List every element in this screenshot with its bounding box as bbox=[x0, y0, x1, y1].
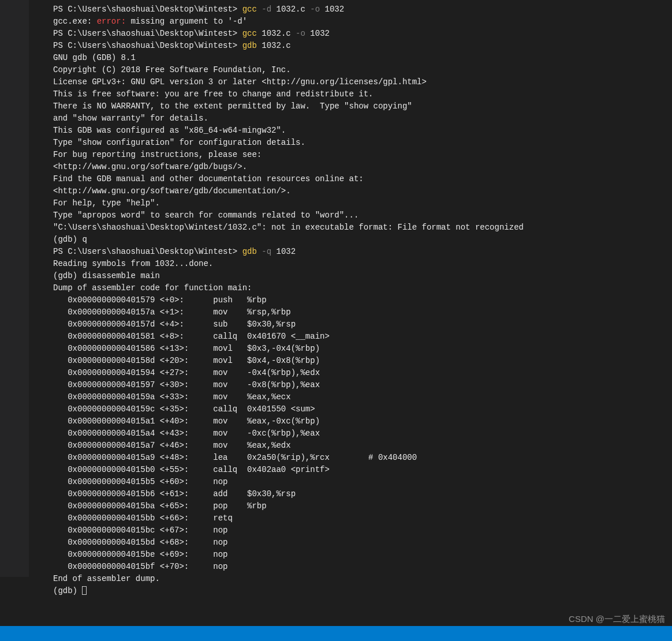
terminal-line: Dump of assembler code for function main… bbox=[53, 282, 672, 294]
asm-line: 0x0000000000401579 <+0>: push %rbp bbox=[53, 294, 672, 306]
asm-line: 0x00000000004015a1 <+40>: mov %eax,-0xc(… bbox=[53, 415, 672, 428]
terminal-line: <http://www.gnu.org/software/gdb/bugs/>. bbox=[53, 161, 672, 173]
asm-line: 0x00000000004015a9 <+48>: lea 0x2a50(%ri… bbox=[53, 452, 672, 464]
asm-line: 0x00000000004015bf <+70>: nop bbox=[53, 561, 672, 573]
status-bar[interactable] bbox=[0, 626, 672, 641]
asm-line: 0x00000000004015be <+69>: nop bbox=[53, 549, 672, 561]
terminal-line: This GDB was configured as "x86_64-w64-m… bbox=[53, 125, 672, 137]
terminal-panel[interactable]: PS C:\Users\shaoshuai\Desktop\Wintest> g… bbox=[29, 0, 672, 626]
terminal-line: and "show warranty" for details. bbox=[53, 113, 672, 125]
terminal-line: Type "apropos word" to search for comman… bbox=[53, 209, 672, 222]
terminal-line: There is NO WARRANTY, to the extent perm… bbox=[53, 100, 672, 113]
terminal-line[interactable]: (gdb) bbox=[53, 585, 672, 597]
activity-bar[interactable] bbox=[0, 0, 29, 577]
terminal-line: PS C:\Users\shaoshuai\Desktop\Wintest> g… bbox=[53, 28, 672, 40]
asm-line: 0x000000000040159c <+35>: callq 0x401550… bbox=[53, 403, 672, 415]
terminal-line: License GPLv3+: GNU GPL version 3 or lat… bbox=[53, 76, 672, 88]
terminal-line: This is free software: you are free to c… bbox=[53, 88, 672, 100]
asm-line: 0x00000000004015b0 <+55>: callq 0x402aa0… bbox=[53, 464, 672, 476]
terminal-line: Find the GDB manual and other documentat… bbox=[53, 173, 672, 185]
terminal-line: End of assembler dump. bbox=[53, 573, 672, 585]
watermark-text: CSDN @一二爱上蜜桃猫 bbox=[569, 613, 665, 625]
cursor-icon bbox=[82, 586, 87, 595]
terminal-line: For bug reporting instructions, please s… bbox=[53, 149, 672, 161]
terminal-line: gcc.exe: error: missing argument to '-d' bbox=[53, 16, 672, 28]
asm-line: 0x00000000004015bc <+67>: nop bbox=[53, 524, 672, 537]
asm-line: 0x00000000004015a7 <+46>: mov %eax,%edx bbox=[53, 440, 672, 452]
terminal-line: PS C:\Users\shaoshuai\Desktop\Wintest> g… bbox=[53, 3, 672, 16]
asm-line: 0x0000000000401594 <+27>: mov -0x4(%rbp)… bbox=[53, 367, 672, 379]
asm-line: 0x0000000000401581 <+8>: callq 0x401670 … bbox=[53, 331, 672, 343]
terminal-line: Reading symbols from 1032...done. bbox=[53, 258, 672, 270]
asm-line: 0x000000000040159a <+33>: mov %eax,%ecx bbox=[53, 391, 672, 403]
asm-line: 0x00000000004015ba <+65>: pop %rbp bbox=[53, 500, 672, 512]
asm-line: 0x0000000000401597 <+30>: mov -0x8(%rbp)… bbox=[53, 379, 672, 391]
terminal-line: PS C:\Users\shaoshuai\Desktop\Wintest> g… bbox=[53, 246, 672, 258]
asm-line: 0x00000000004015bb <+66>: retq bbox=[53, 512, 672, 524]
terminal-line: For help, type "help". bbox=[53, 197, 672, 209]
asm-line: 0x000000000040157a <+1>: mov %rsp,%rbp bbox=[53, 306, 672, 318]
asm-line: 0x00000000004015a4 <+43>: mov -0xc(%rbp)… bbox=[53, 428, 672, 440]
terminal-line: <http://www.gnu.org/software/gdb/documen… bbox=[53, 185, 672, 197]
terminal-line: "C:\Users\shaoshuai\Desktop\Wintest/1032… bbox=[53, 222, 672, 234]
terminal-line: Type "show configuration" for configurat… bbox=[53, 137, 672, 149]
terminal-line: Copyright (C) 2018 Free Software Foundat… bbox=[53, 64, 672, 76]
asm-line: 0x00000000004015b5 <+60>: nop bbox=[53, 476, 672, 488]
terminal-line: (gdb) q bbox=[53, 234, 672, 246]
asm-line: 0x00000000004015bd <+68>: nop bbox=[53, 537, 672, 549]
asm-line: 0x00000000004015b6 <+61>: add $0x30,%rsp bbox=[53, 488, 672, 500]
terminal-line: (gdb) disassemble main bbox=[53, 270, 672, 282]
terminal-line: GNU gdb (GDB) 8.1 bbox=[53, 52, 672, 64]
asm-line: 0x000000000040158d <+20>: movl $0x4,-0x8… bbox=[53, 355, 672, 367]
terminal-line: PS C:\Users\shaoshuai\Desktop\Wintest> g… bbox=[53, 40, 672, 52]
asm-line: 0x0000000000401586 <+13>: movl $0x3,-0x4… bbox=[53, 343, 672, 355]
asm-line: 0x000000000040157d <+4>: sub $0x30,%rsp bbox=[53, 318, 672, 331]
